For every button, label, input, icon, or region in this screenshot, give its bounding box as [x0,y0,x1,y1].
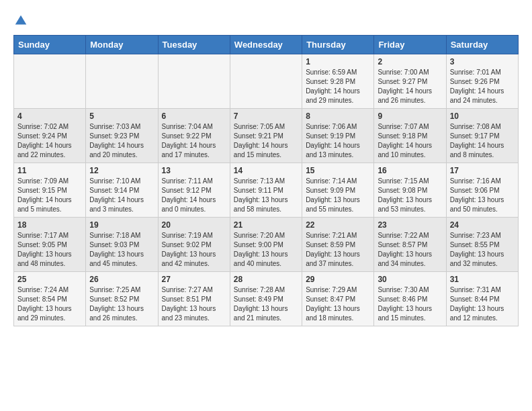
day-info: Sunrise: 7:04 AM Sunset: 9:22 PM Dayligh… [162,122,226,160]
day-number: 10 [450,111,515,121]
week-row-4: 18Sunrise: 7:17 AM Sunset: 9:05 PM Dayli… [14,218,519,272]
day-info: Sunrise: 7:21 AM Sunset: 8:59 PM Dayligh… [306,231,370,269]
day-cell: 29Sunrise: 7:29 AM Sunset: 8:47 PM Dayli… [302,272,374,326]
day-cell: 19Sunrise: 7:18 AM Sunset: 9:03 PM Dayli… [86,218,158,272]
day-number: 26 [89,275,154,284]
day-cell: 2Sunrise: 7:00 AM Sunset: 9:27 PM Daylig… [374,54,446,109]
day-number: 25 [17,275,82,284]
day-cell: 26Sunrise: 7:25 AM Sunset: 8:52 PM Dayli… [86,272,158,326]
day-number: 28 [234,275,298,284]
day-number: 6 [162,111,226,121]
day-number: 9 [378,111,442,121]
calendar-table: SundayMondayTuesdayWednesdayThursdayFrid… [13,35,519,326]
day-info: Sunrise: 7:19 AM Sunset: 9:02 PM Dayligh… [162,231,226,269]
day-info: Sunrise: 7:23 AM Sunset: 8:55 PM Dayligh… [450,231,515,269]
day-cell: 23Sunrise: 7:22 AM Sunset: 8:57 PM Dayli… [374,218,446,272]
day-info: Sunrise: 7:10 AM Sunset: 9:14 PM Dayligh… [89,177,154,214]
day-info: Sunrise: 7:20 AM Sunset: 9:00 PM Dayligh… [234,231,298,269]
day-info: Sunrise: 7:24 AM Sunset: 8:54 PM Dayligh… [17,285,82,323]
day-cell: 27Sunrise: 7:27 AM Sunset: 8:51 PM Dayli… [158,272,230,326]
day-info: Sunrise: 7:07 AM Sunset: 9:18 PM Dayligh… [378,122,442,160]
day-info: Sunrise: 7:11 AM Sunset: 9:12 PM Dayligh… [162,177,226,214]
day-number: 22 [306,220,370,230]
day-info: Sunrise: 7:30 AM Sunset: 8:46 PM Dayligh… [378,285,442,323]
day-info: Sunrise: 7:03 AM Sunset: 9:23 PM Dayligh… [89,122,154,160]
day-number: 30 [378,275,442,284]
day-cell: 9Sunrise: 7:07 AM Sunset: 9:18 PM Daylig… [374,109,446,163]
calendar-header-row: SundayMondayTuesdayWednesdayThursdayFrid… [14,36,519,54]
day-number: 20 [162,220,226,230]
day-cell: 31Sunrise: 7:31 AM Sunset: 8:44 PM Dayli… [446,272,518,326]
day-info: Sunrise: 7:16 AM Sunset: 9:06 PM Dayligh… [450,177,515,214]
day-cell [230,54,302,109]
day-cell [158,54,230,109]
day-number: 1 [306,57,370,66]
week-row-3: 11Sunrise: 7:09 AM Sunset: 9:15 PM Dayli… [14,163,519,218]
day-info: Sunrise: 7:29 AM Sunset: 8:47 PM Dayligh… [306,285,370,323]
day-cell: 15Sunrise: 7:14 AM Sunset: 9:09 PM Dayli… [302,163,374,218]
day-info: Sunrise: 7:09 AM Sunset: 9:15 PM Dayligh… [17,177,82,214]
day-info: Sunrise: 7:02 AM Sunset: 9:24 PM Dayligh… [17,122,82,160]
day-number: 29 [306,275,370,284]
day-cell: 11Sunrise: 7:09 AM Sunset: 9:15 PM Dayli… [14,163,86,218]
day-number: 12 [89,166,154,175]
svg-marker-0 [15,15,27,25]
day-cell: 20Sunrise: 7:19 AM Sunset: 9:02 PM Dayli… [158,218,230,272]
header-saturday: Saturday [446,36,518,54]
day-cell: 18Sunrise: 7:17 AM Sunset: 9:05 PM Dayli… [14,218,86,272]
week-row-5: 25Sunrise: 7:24 AM Sunset: 8:54 PM Dayli… [14,272,519,326]
header-friday: Friday [374,36,446,54]
day-number: 11 [17,166,82,175]
day-info: Sunrise: 7:28 AM Sunset: 8:49 PM Dayligh… [234,285,298,323]
day-info: Sunrise: 7:00 AM Sunset: 9:27 PM Dayligh… [378,68,442,105]
day-number: 24 [450,220,515,230]
day-number: 2 [378,57,442,66]
header-tuesday: Tuesday [158,36,230,54]
day-number: 23 [378,220,442,230]
day-cell: 13Sunrise: 7:11 AM Sunset: 9:12 PM Dayli… [158,163,230,218]
page-header [13,13,519,28]
day-cell: 8Sunrise: 7:06 AM Sunset: 9:19 PM Daylig… [302,109,374,163]
day-number: 15 [306,166,370,175]
day-cell: 3Sunrise: 7:01 AM Sunset: 9:26 PM Daylig… [446,54,518,109]
day-number: 3 [450,57,515,66]
day-cell: 21Sunrise: 7:20 AM Sunset: 9:00 PM Dayli… [230,218,302,272]
day-cell: 7Sunrise: 7:05 AM Sunset: 9:21 PM Daylig… [230,109,302,163]
day-cell: 25Sunrise: 7:24 AM Sunset: 8:54 PM Dayli… [14,272,86,326]
day-cell [86,54,158,109]
day-info: Sunrise: 7:27 AM Sunset: 8:51 PM Dayligh… [162,285,226,323]
day-number: 14 [234,166,298,175]
day-number: 7 [234,111,298,121]
day-cell: 4Sunrise: 7:02 AM Sunset: 9:24 PM Daylig… [14,109,86,163]
day-info: Sunrise: 7:08 AM Sunset: 9:17 PM Dayligh… [450,122,515,160]
header-thursday: Thursday [302,36,374,54]
header-monday: Monday [86,36,158,54]
day-number: 18 [17,220,82,230]
day-number: 27 [162,275,226,284]
header-wednesday: Wednesday [230,36,302,54]
day-info: Sunrise: 7:06 AM Sunset: 9:19 PM Dayligh… [306,122,370,160]
day-cell: 24Sunrise: 7:23 AM Sunset: 8:55 PM Dayli… [446,218,518,272]
day-info: Sunrise: 7:22 AM Sunset: 8:57 PM Dayligh… [378,231,442,269]
day-cell: 5Sunrise: 7:03 AM Sunset: 9:23 PM Daylig… [86,109,158,163]
day-cell: 16Sunrise: 7:15 AM Sunset: 9:08 PM Dayli… [374,163,446,218]
day-cell: 14Sunrise: 7:13 AM Sunset: 9:11 PM Dayli… [230,163,302,218]
logo [13,13,31,28]
day-cell: 30Sunrise: 7:30 AM Sunset: 8:46 PM Dayli… [374,272,446,326]
day-cell: 6Sunrise: 7:04 AM Sunset: 9:22 PM Daylig… [158,109,230,163]
day-info: Sunrise: 7:17 AM Sunset: 9:05 PM Dayligh… [17,231,82,269]
day-info: Sunrise: 7:15 AM Sunset: 9:08 PM Dayligh… [378,177,442,214]
day-info: Sunrise: 7:05 AM Sunset: 9:21 PM Dayligh… [234,122,298,160]
day-number: 21 [234,220,298,230]
day-info: Sunrise: 7:01 AM Sunset: 9:26 PM Dayligh… [450,68,515,105]
day-info: Sunrise: 7:31 AM Sunset: 8:44 PM Dayligh… [450,285,515,323]
day-number: 13 [162,166,226,175]
day-info: Sunrise: 7:18 AM Sunset: 9:03 PM Dayligh… [89,231,154,269]
day-cell: 22Sunrise: 7:21 AM Sunset: 8:59 PM Dayli… [302,218,374,272]
day-cell: 17Sunrise: 7:16 AM Sunset: 9:06 PM Dayli… [446,163,518,218]
day-info: Sunrise: 6:59 AM Sunset: 9:28 PM Dayligh… [306,68,370,105]
day-cell: 10Sunrise: 7:08 AM Sunset: 9:17 PM Dayli… [446,109,518,163]
day-number: 5 [89,111,154,121]
day-number: 8 [306,111,370,121]
week-row-2: 4Sunrise: 7:02 AM Sunset: 9:24 PM Daylig… [14,109,519,163]
